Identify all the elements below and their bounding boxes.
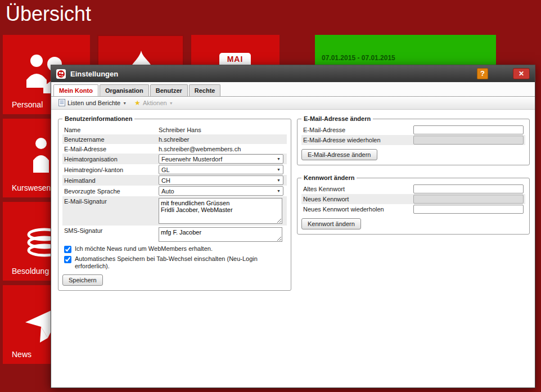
field-value: Schreiber Hans xyxy=(159,127,201,133)
field-row-repeat-email: E-Mail-Adresse wiederholen xyxy=(301,135,525,145)
field-row-sprache: Bevorzugte Sprache Auto ▼ xyxy=(62,186,287,196)
page-title: Übersicht xyxy=(6,2,91,26)
field-label: Neues Kennwort xyxy=(303,196,349,202)
field-row-benutzername: Benutzername h.schreiber xyxy=(62,134,287,144)
field-label: Heimatorganisation xyxy=(64,156,159,163)
actions-menu: ★ Aktionen ▼ xyxy=(130,98,177,107)
calendar-month: MAI xyxy=(227,55,244,64)
menu-label: Aktionen xyxy=(143,100,167,106)
field-row-new-password: Neues Kennwort xyxy=(301,194,525,204)
field-row-email: E-Mail-Adresse h.schreiber@webmembers.ch xyxy=(62,144,287,154)
field-value: h.schreiber@webmembers.ch xyxy=(159,146,241,152)
change-password-button[interactable]: Kennwort ändern xyxy=(301,218,361,229)
change-email-fieldset: E-Mail-Adresse ändern E-Mail-Adresse E-M… xyxy=(297,115,530,165)
autosave-checkbox[interactable] xyxy=(64,256,71,263)
field-label: SMS-Signatur xyxy=(64,227,159,234)
tab-benutzer[interactable]: Benutzer xyxy=(150,84,188,96)
security-column: E-Mail-Adresse ändern E-Mail-Adresse E-M… xyxy=(297,115,530,235)
field-row-heimatorganisation: Heimatorganisation Feuerwehr Musterdorf … xyxy=(62,154,287,164)
field-label: Altes Kennwort xyxy=(303,186,345,192)
autosave-checkbox-row: Automatisches Speichern bei Tab-Wechsel … xyxy=(62,254,287,271)
selected-value: CH xyxy=(161,177,170,184)
field-label: E-Mail-Adresse wiederholen xyxy=(303,137,381,143)
field-label: E-Mail-Signatur xyxy=(64,198,159,205)
news-checkbox[interactable] xyxy=(64,246,71,253)
checkbox-label: Automatisches Speichern bei Tab-Wechsel … xyxy=(75,255,285,270)
old-password-input[interactable] xyxy=(413,184,524,193)
report-icon xyxy=(58,99,65,107)
field-row-name: Name Schreiber Hans xyxy=(62,125,287,134)
chevron-down-icon: ▼ xyxy=(277,157,281,161)
tile-label: Personal xyxy=(12,100,43,109)
repeat-password-input[interactable] xyxy=(413,205,524,214)
star-icon: ★ xyxy=(134,100,141,106)
new-email-input[interactable] xyxy=(413,125,524,134)
sms-signatur-textarea[interactable]: mfg F. Jacober xyxy=(159,227,282,242)
benutzerinformationen-fieldset: Benutzerinformationen Name Schreiber Han… xyxy=(58,115,291,291)
chevron-down-icon: ▼ xyxy=(123,101,127,105)
app-logo-icon xyxy=(56,69,66,79)
field-value: h.schreiber xyxy=(159,136,189,143)
field-label: E-Mail-Adresse xyxy=(64,146,159,152)
email-signatur-textarea[interactable]: mit freundlichen Grüssen Fridli Jacober,… xyxy=(159,198,282,224)
save-button[interactable]: Speichern xyxy=(62,274,103,286)
menu-label: Listen und Berichte xyxy=(67,100,120,106)
tab-mein-konto[interactable]: Mein Konto xyxy=(53,84,98,96)
change-password-fieldset: Kennwort ändern Altes Kennwort Neues Ken… xyxy=(297,174,530,235)
date-range-label: 07.01.2015 - 07.01.2015 xyxy=(322,54,395,62)
tab-organisation[interactable]: Organisation xyxy=(100,84,149,96)
fieldset-legend: Kennwort ändern xyxy=(301,174,357,181)
chevron-down-icon: ▼ xyxy=(277,189,281,193)
lists-and-reports-menu[interactable]: Listen und Berichte ▼ xyxy=(55,98,130,109)
heimatorganisation-select[interactable]: Feuerwehr Musterdorf ▼ xyxy=(159,154,283,164)
sprache-select[interactable]: Auto ▼ xyxy=(159,186,283,196)
tab-bar: Mein Konto Organisation Benutzer Rechte xyxy=(51,82,535,97)
chevron-down-icon: ▼ xyxy=(169,101,173,105)
fieldset-legend: E-Mail-Adresse ändern xyxy=(301,115,373,122)
selected-value: Feuerwehr Musterdorf xyxy=(161,156,222,163)
field-row-new-email: E-Mail-Adresse xyxy=(301,125,525,135)
checkbox-label: Ich möchte News rund um WebMembers erhal… xyxy=(75,245,285,253)
field-label: Heimatregion/-kanton xyxy=(64,166,159,173)
field-label: Name xyxy=(64,127,159,133)
selected-value: Auto xyxy=(161,188,174,195)
field-label: E-Mail-Adresse xyxy=(303,127,345,133)
fieldset-legend: Benutzerinformationen xyxy=(62,115,134,122)
account-column: Benutzerinformationen Name Schreiber Han… xyxy=(58,115,291,291)
field-label: Neues Kennwort wiederholen xyxy=(303,206,384,213)
repeat-email-input xyxy=(413,136,524,145)
dialog-titlebar[interactable]: Einstellungen ? ✕ xyxy=(51,65,535,82)
chevron-down-icon: ▼ xyxy=(277,168,281,172)
field-row-email-signatur: E-Mail-Signatur mit freundlichen Grüssen… xyxy=(62,196,287,226)
chevron-down-icon: ▼ xyxy=(277,178,281,182)
selected-value: GL xyxy=(161,166,170,173)
new-password-input xyxy=(413,195,524,204)
field-label: Bevorzugte Sprache xyxy=(64,188,159,195)
tile-date-range[interactable]: 07.01.2015 - 07.01.2015 xyxy=(315,35,496,67)
tab-rechte[interactable]: Rechte xyxy=(189,84,221,96)
tile-label: News xyxy=(12,350,31,359)
dialog-body: Mein Konto Organisation Benutzer Rechte … xyxy=(51,82,535,388)
field-row-old-password: Altes Kennwort xyxy=(301,184,525,194)
field-label: Heimatland xyxy=(64,177,159,184)
news-checkbox-row: Ich möchte News rund um WebMembers erhal… xyxy=(62,244,287,254)
settings-dialog: Einstellungen ? ✕ Mein Konto Organisatio… xyxy=(51,65,535,388)
toolbar: Listen und Berichte ▼ ★ Aktionen ▼ xyxy=(51,97,535,110)
field-row-sms-signatur: SMS-Signatur mfg F. Jacober xyxy=(62,226,287,244)
tile-label: Kurswesen xyxy=(12,183,51,192)
help-button[interactable]: ? xyxy=(477,68,488,79)
field-label: Benutzername xyxy=(64,136,159,143)
change-email-button[interactable]: E-Mail-Adresse ändern xyxy=(301,149,377,160)
tile-label: Besoldung xyxy=(12,267,49,276)
dialog-title: Einstellungen xyxy=(70,70,118,78)
field-row-repeat-password: Neues Kennwort wiederholen xyxy=(301,204,525,214)
field-row-heimatregion: Heimatregion/-kanton GL ▼ xyxy=(62,164,287,175)
heimatland-select[interactable]: CH ▼ xyxy=(159,175,283,185)
field-row-heimatland: Heimatland CH ▼ xyxy=(62,175,287,186)
heimatregion-select[interactable]: GL ▼ xyxy=(159,165,283,174)
close-button[interactable]: ✕ xyxy=(513,68,530,79)
